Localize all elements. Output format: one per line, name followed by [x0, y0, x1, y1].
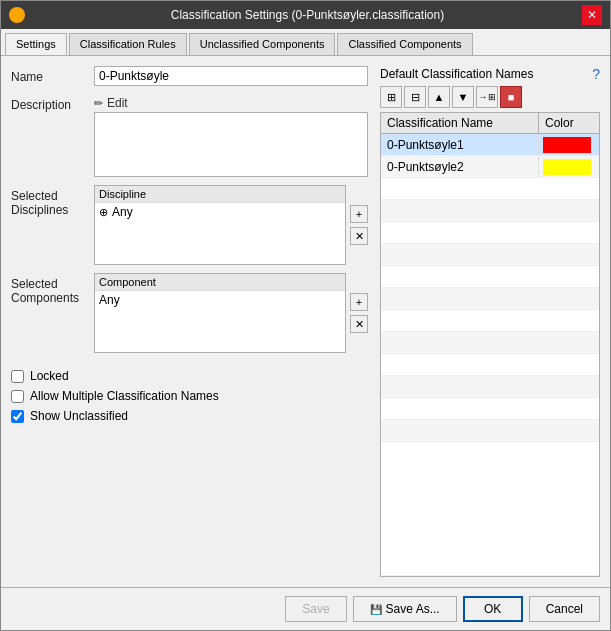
show-unclassified-label: Show Unclassified [30, 409, 128, 423]
disciplines-container: Discipline ⊕ Any + ✕ [94, 185, 368, 265]
name-field-container [94, 66, 368, 86]
allow-multiple-row: Allow Multiple Classification Names [11, 389, 368, 403]
right-header: Default Classification Names ? [380, 66, 600, 82]
right-toolbar: ⊞ ⊟ ▲ ▼ →⊞ ■ [380, 86, 600, 108]
row-2-color [539, 156, 599, 177]
main-area: Name Description ✏ Edit [11, 66, 600, 577]
description-row: Description ✏ Edit [11, 94, 368, 177]
component-any-item[interactable]: Any [95, 291, 345, 309]
empty-row [381, 288, 599, 310]
allow-multiple-label: Allow Multiple Classification Names [30, 389, 219, 403]
cancel-button[interactable]: Cancel [529, 596, 600, 622]
discipline-any-item[interactable]: ⊕ Any [95, 203, 345, 221]
right-panel: Default Classification Names ? ⊞ ⊟ ▲ ▼ →… [380, 66, 600, 577]
globe-icon: ⊕ [99, 206, 108, 219]
tab-classified-components[interactable]: Classified Components [337, 33, 472, 55]
discipline-any-label: Any [112, 205, 133, 219]
show-unclassified-checkbox[interactable] [11, 410, 24, 423]
remove-component-button[interactable]: ✕ [350, 315, 368, 333]
table-row[interactable]: 0-Punktsøyle1 [381, 134, 599, 156]
color-swatch-2[interactable] [543, 159, 591, 175]
row-1-name: 0-Punktsøyle1 [381, 134, 539, 155]
title-bar: Classification Settings (0-Punktsøyler.c… [1, 1, 610, 29]
description-box[interactable] [94, 112, 368, 177]
row-2-name: 0-Punktsøyle2 [381, 156, 539, 177]
name-row: Name [11, 66, 368, 86]
disciplines-side-buttons: + ✕ [350, 185, 368, 245]
empty-row [381, 244, 599, 266]
copy-button[interactable]: →⊞ [476, 86, 498, 108]
remove-discipline-button[interactable]: ✕ [350, 227, 368, 245]
table-row[interactable]: 0-Punktsøyle2 [381, 156, 599, 178]
save-icon: 💾 [370, 604, 382, 615]
empty-row [381, 222, 599, 244]
table-header-row: Classification Name Color [381, 113, 599, 134]
description-label: Description [11, 94, 86, 112]
ok-button[interactable]: OK [463, 596, 523, 622]
tab-bar: Settings Classification Rules Unclassifi… [1, 29, 610, 56]
remove-row-button[interactable]: ⊟ [404, 86, 426, 108]
empty-row [381, 332, 599, 354]
disciplines-row: Selected Disciplines Discipline ⊕ Any + … [11, 185, 368, 265]
empty-row [381, 178, 599, 200]
move-down-button[interactable]: ▼ [452, 86, 474, 108]
right-title: Default Classification Names [380, 67, 533, 81]
content-area: Name Description ✏ Edit [1, 56, 610, 587]
close-button[interactable]: ✕ [582, 5, 602, 25]
empty-row [381, 376, 599, 398]
pencil-icon: ✏ [94, 97, 103, 110]
show-unclassified-row: Show Unclassified [11, 409, 368, 423]
row-1-color [539, 134, 599, 155]
add-discipline-button[interactable]: + [350, 205, 368, 223]
add-component-button[interactable]: + [350, 293, 368, 311]
name-label: Name [11, 66, 86, 84]
checkboxes-area: Locked Allow Multiple Classification Nam… [11, 369, 368, 423]
components-container: Component Any + ✕ [94, 273, 368, 353]
save-as-label: Save As... [386, 602, 440, 616]
description-container: ✏ Edit [94, 94, 368, 177]
tab-unclassified-components[interactable]: Unclassified Components [189, 33, 336, 55]
tab-classification-rules[interactable]: Classification Rules [69, 33, 187, 55]
footer: Save 💾 Save As... OK Cancel [1, 587, 610, 630]
components-row: Selected Components Component Any + ✕ [11, 273, 368, 353]
components-list[interactable]: Component Any [94, 273, 346, 353]
component-header: Component [95, 274, 345, 291]
window-title: Classification Settings (0-Punktsøyler.c… [33, 8, 582, 22]
empty-row [381, 420, 599, 442]
disciplines-list[interactable]: Discipline ⊕ Any [94, 185, 346, 265]
discipline-header: Discipline [95, 186, 345, 203]
edit-link[interactable]: ✏ Edit [94, 94, 368, 112]
components-label: Selected Components [11, 273, 86, 305]
color-swatch-1[interactable] [543, 137, 591, 153]
name-input[interactable] [94, 66, 368, 86]
col-header-color: Color [539, 113, 599, 133]
col-header-name: Classification Name [381, 113, 539, 133]
left-panel: Name Description ✏ Edit [11, 66, 368, 577]
allow-multiple-checkbox[interactable] [11, 390, 24, 403]
color-button[interactable]: ■ [500, 86, 522, 108]
empty-row [381, 354, 599, 376]
save-as-button[interactable]: 💾 Save As... [353, 596, 457, 622]
classification-table: Classification Name Color 0-Punktsøyle1 … [380, 112, 600, 577]
empty-row [381, 442, 599, 576]
empty-row [381, 200, 599, 222]
empty-row [381, 310, 599, 332]
tab-settings[interactable]: Settings [5, 33, 67, 55]
main-window: Classification Settings (0-Punktsøyler.c… [0, 0, 611, 631]
app-icon [9, 7, 25, 23]
disciplines-label: Selected Disciplines [11, 185, 86, 217]
move-up-button[interactable]: ▲ [428, 86, 450, 108]
edit-label: Edit [107, 96, 128, 110]
empty-row [381, 398, 599, 420]
empty-row [381, 266, 599, 288]
locked-row: Locked [11, 369, 368, 383]
locked-checkbox[interactable] [11, 370, 24, 383]
help-button[interactable]: ? [592, 66, 600, 82]
locked-label: Locked [30, 369, 69, 383]
components-side-buttons: + ✕ [350, 273, 368, 333]
save-button[interactable]: Save [285, 596, 346, 622]
component-any-label: Any [99, 293, 120, 307]
add-row-button[interactable]: ⊞ [380, 86, 402, 108]
